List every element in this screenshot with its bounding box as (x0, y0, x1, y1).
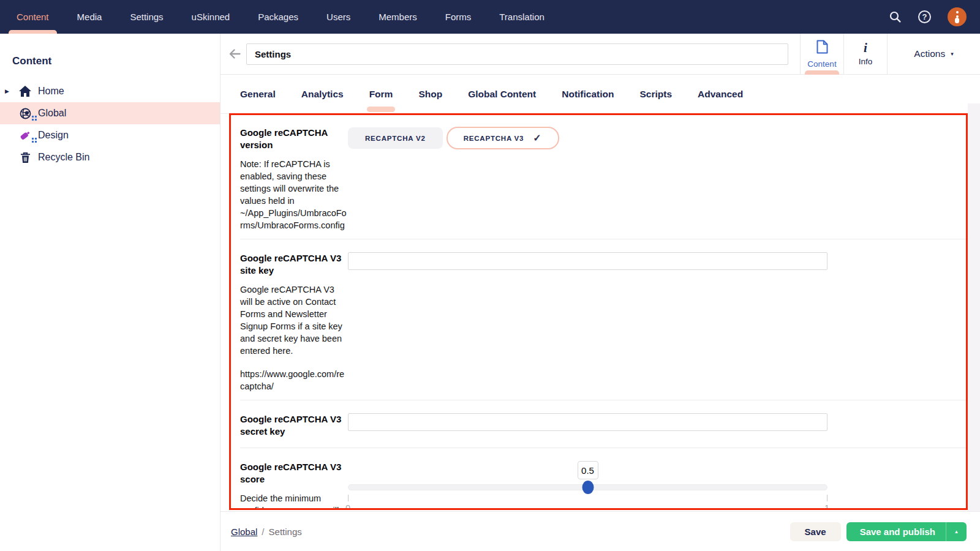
recaptcha-version-toggle: RECAPTCHA V2 RECAPTCHA V3 ✓ (348, 127, 951, 149)
tab-advanced[interactable]: Advanced (698, 75, 743, 113)
breadcrumb-current: Settings (269, 527, 302, 537)
actions-dropdown-button[interactable]: Actions ▾ (887, 34, 980, 74)
recaptcha-v3-button[interactable]: RECAPTCHA V3 ✓ (447, 127, 559, 149)
tab-label: Scripts (639, 89, 672, 100)
tree-item-label: Design (38, 130, 69, 141)
app-tab-content[interactable]: Content (800, 34, 843, 74)
field-recaptcha-score: Google reCAPTCHA V3 score Decide the min… (240, 448, 968, 510)
nav-item-members[interactable]: Members (364, 0, 431, 34)
score-slider: 0.5 0 1 (348, 461, 827, 510)
tab-label: Advanced (698, 89, 743, 100)
recaptcha-v2-button[interactable]: RECAPTCHA V2 (348, 127, 443, 149)
app-tab-label: Info (859, 57, 873, 66)
field-meta: Google reCAPTCHA V3 score Decide the min… (240, 461, 348, 510)
umbraco-backoffice: Content Media Settings uSkinned Packages… (0, 0, 980, 551)
tab-label: Form (369, 89, 393, 100)
field-label: Google reCAPTCHA version (240, 127, 348, 151)
editor-header-right: Content i Info Actions ▾ (800, 34, 980, 74)
field-meta: Google reCAPTCHA version Note: If reCAPT… (240, 127, 348, 231)
tab-notification[interactable]: Notification (562, 75, 614, 113)
tab-label: Notification (562, 89, 614, 100)
nav-item-content[interactable]: Content (2, 0, 63, 34)
checkmark-icon: ✓ (533, 133, 541, 143)
tab-form[interactable]: Form (369, 75, 393, 113)
field-meta: Google reCAPTCHA V3 secret key (240, 413, 348, 438)
tab-scripts[interactable]: Scripts (639, 75, 672, 113)
field-description: Google reCAPTCHA V3 will be active on Co… (240, 283, 348, 357)
nav-item-packages[interactable]: Packages (244, 0, 312, 34)
nav-item-settings[interactable]: Settings (116, 0, 177, 34)
nav-item-forms[interactable]: Forms (431, 0, 486, 34)
field-label: Google reCAPTCHA V3 site key (240, 252, 348, 277)
save-and-publish-label[interactable]: Save and publish (846, 522, 946, 541)
field-label: Google reCAPTCHA V3 secret key (240, 413, 348, 438)
breadcrumb: Global / Settings (231, 527, 302, 537)
nav-item-label: Members (379, 12, 417, 22)
slider-value-badge: 0.5 (578, 461, 598, 479)
tab-label: Analytics (301, 89, 344, 100)
tick-label-min: 0 (345, 503, 350, 510)
home-icon (17, 86, 33, 97)
element-dots (32, 138, 37, 143)
chevron-up-icon: ▴ (955, 528, 958, 534)
editor-header: Content i Info Actions ▾ (221, 34, 980, 75)
field-recaptcha-secret-key: Google reCAPTCHA V3 secret key (240, 400, 968, 448)
sidebar-item-design[interactable]: Design (0, 124, 220, 146)
option-label: RECAPTCHA V3 (464, 135, 524, 142)
nav-item-label: Packages (258, 12, 298, 22)
nav-item-uskinned[interactable]: uSkinned (178, 0, 244, 34)
tab-general[interactable]: General (240, 75, 276, 113)
scroll-gutter[interactable] (968, 103, 980, 511)
secret-key-input[interactable] (348, 413, 827, 431)
app-tab-info[interactable]: i Info (843, 34, 887, 74)
search-icon[interactable] (889, 10, 902, 23)
tick-mark-max (827, 495, 827, 501)
slider-track[interactable] (348, 484, 827, 490)
breadcrumb-link-global[interactable]: Global (231, 527, 257, 537)
publish-options-caret[interactable]: ▴ (946, 522, 967, 541)
nav-item-translation[interactable]: Translation (485, 0, 559, 34)
sidebar-item-global[interactable]: Global (0, 102, 220, 124)
field-control (348, 413, 951, 431)
paint-roller-icon (17, 129, 33, 141)
form-settings-panel: Google reCAPTCHA version Note: If reCAPT… (229, 114, 968, 510)
top-nav-utilities: ? (889, 0, 980, 34)
info-icon: i (864, 42, 867, 54)
slider-thumb[interactable] (582, 481, 594, 494)
nav-item-label: Translation (499, 12, 545, 22)
tab-label: General (240, 89, 276, 100)
tree-item-label: Recycle Bin (38, 152, 89, 163)
site-key-input[interactable] (348, 252, 827, 270)
top-navbar: Content Media Settings uSkinned Packages… (0, 0, 980, 34)
tab-analytics[interactable]: Analytics (301, 75, 344, 113)
editor-footer: Global / Settings Save Save and publish … (221, 511, 980, 551)
actions-label: Actions (914, 48, 945, 59)
tab-label: Shop (418, 89, 442, 100)
nav-item-label: Settings (130, 12, 163, 22)
nav-item-users[interactable]: Users (312, 0, 364, 34)
nav-item-label: Forms (445, 12, 472, 22)
help-icon[interactable]: ? (918, 10, 931, 23)
expand-caret-icon[interactable]: ▶ (0, 88, 17, 94)
nav-item-label: uSkinned (192, 12, 230, 22)
save-button[interactable]: Save (790, 522, 841, 541)
sidebar-item-recycle-bin[interactable]: Recycle Bin (0, 146, 220, 168)
nav-item-label: Media (77, 12, 102, 22)
tab-label: Global Content (468, 89, 536, 100)
back-arrow-icon[interactable] (227, 47, 242, 61)
field-meta: Google reCAPTCHA V3 site key Google reCA… (240, 252, 348, 392)
tab-shop[interactable]: Shop (418, 75, 442, 113)
field-description: Decide the minimum confidence score you … (240, 492, 348, 510)
field-description: Note: If reCAPTCHA is enabled, saving th… (240, 158, 348, 231)
active-tab-indicator (367, 107, 395, 112)
nav-item-media[interactable]: Media (63, 0, 116, 34)
user-avatar[interactable] (948, 7, 967, 26)
field-recaptcha-site-key: Google reCAPTCHA V3 site key Google reCA… (240, 239, 968, 400)
tab-global-content[interactable]: Global Content (468, 75, 536, 113)
tree-item-label: Global (38, 108, 66, 119)
sidebar-item-home[interactable]: ▶ Home (0, 80, 220, 102)
tree-item-label: Home (38, 86, 64, 97)
option-label: RECAPTCHA V2 (365, 135, 426, 142)
document-title-input[interactable] (246, 43, 788, 65)
nav-item-label: Users (326, 12, 350, 22)
